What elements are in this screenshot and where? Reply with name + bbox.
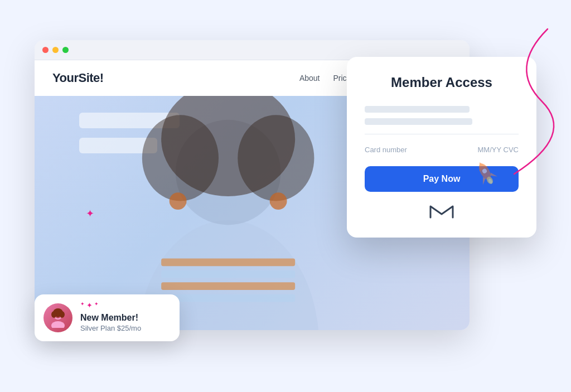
member-plan: Silver Plan $25/mo xyxy=(80,324,141,332)
member-access-title: Member Access xyxy=(365,75,519,90)
logo-dark: ! xyxy=(100,71,104,85)
site-logo: YourSite! xyxy=(52,71,104,85)
skeleton-line-2 xyxy=(365,118,472,125)
rocket-icon xyxy=(470,157,503,191)
scene: YourSite! About Prices Login Sign up ★ xyxy=(35,23,536,369)
svg-point-5 xyxy=(170,192,187,210)
member-name: New Member! xyxy=(80,313,141,323)
svg-point-3 xyxy=(142,115,219,201)
new-member-card: ✦ ✦ ✦ New Member! Silver Plan $25/mo xyxy=(35,294,180,341)
m-logo xyxy=(365,202,519,222)
card-number-label: Card number xyxy=(365,146,407,154)
card-expiry-cvc-label: MM/YY CVC xyxy=(478,146,519,154)
window-maximize-dot xyxy=(62,47,69,53)
card-divider xyxy=(365,134,519,134)
member-access-card: Member Access xyxy=(347,57,536,238)
member-info: ✦ ✦ ✦ New Member! Silver Plan $25/mo xyxy=(80,303,141,332)
svg-point-19 xyxy=(51,321,65,328)
sparkle-large: ✦ xyxy=(86,301,93,309)
svg-rect-9 xyxy=(161,282,295,290)
nav-link-about[interactable]: About xyxy=(299,74,320,83)
svg-rect-10 xyxy=(161,294,295,302)
window-minimize-dot xyxy=(52,47,59,53)
window-close-dot xyxy=(42,47,49,53)
sparkle-small-2: ✦ xyxy=(94,301,99,309)
logo-blue: YourSite xyxy=(52,71,100,85)
card-input-row: Card number MM/YY CVC xyxy=(365,143,519,156)
svg-point-24 xyxy=(59,314,60,315)
svg-point-23 xyxy=(56,314,57,315)
svg-rect-8 xyxy=(161,270,295,278)
member-avatar xyxy=(43,303,72,332)
sparkle-small-1: ✦ xyxy=(80,301,85,309)
svg-rect-7 xyxy=(161,258,295,266)
skeleton-line-1 xyxy=(365,106,470,113)
svg-point-6 xyxy=(270,192,287,210)
svg-point-4 xyxy=(238,115,314,201)
